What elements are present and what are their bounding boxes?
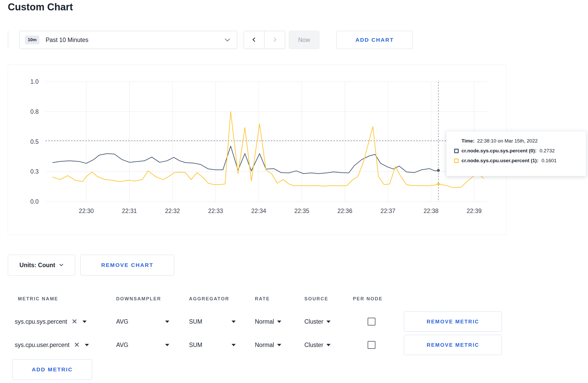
- per-node-checkbox[interactable]: [368, 318, 375, 325]
- chevron-right-icon: [271, 36, 278, 44]
- dropdown-arrow-icon: [326, 321, 331, 323]
- downsampler-value: AVG: [116, 318, 128, 325]
- rate-select[interactable]: Normal: [255, 311, 281, 332]
- column-header-rate: RATE: [255, 296, 270, 302]
- svg-text:22:33: 22:33: [208, 208, 223, 214]
- remove-chart-button[interactable]: REMOVE CHART: [80, 255, 174, 275]
- time-range-label: Past 10 Minutes: [46, 37, 88, 44]
- now-button[interactable]: Now: [289, 31, 319, 49]
- svg-text:22:30: 22:30: [79, 208, 94, 214]
- chevron-left-icon: [251, 36, 257, 44]
- column-header-source: SOURCE: [304, 296, 328, 302]
- add-chart-button[interactable]: ADD CHART: [337, 31, 413, 49]
- downsampler-select[interactable]: AVG: [116, 311, 169, 332]
- dropdown-arrow-icon: [165, 344, 169, 346]
- clear-icon[interactable]: ✕: [74, 342, 80, 349]
- metric-name-value: sys.cpu.user.percent: [15, 342, 69, 349]
- dropdown-arrow-icon: [165, 321, 169, 323]
- svg-text:22:38: 22:38: [424, 208, 439, 214]
- svg-text:0.5: 0.5: [30, 138, 39, 145]
- legend-row: cr.node.sys.cpu.user.percent (1): 0.1601: [454, 158, 578, 164]
- metric-name-select[interactable]: sys.cpu.sys.percent ✕: [15, 311, 87, 332]
- column-header-metric-name: METRIC NAME: [18, 296, 58, 302]
- time-pager: [244, 31, 285, 49]
- time-range-badge: 10m: [25, 36, 39, 44]
- svg-text:0.8: 0.8: [30, 108, 39, 115]
- rate-value: Normal: [255, 342, 274, 349]
- clear-icon[interactable]: ✕: [72, 318, 78, 325]
- tooltip-time: Time:22:38:10 on Mar 15th, 2022: [461, 138, 578, 144]
- metric-name-select[interactable]: sys.cpu.user.percent ✕: [15, 335, 89, 355]
- aggregator-value: SUM: [189, 342, 202, 349]
- svg-text:1.0: 1.0: [30, 78, 39, 85]
- tooltip-time-value: 22:38:10 on Mar 15th, 2022: [477, 138, 537, 144]
- svg-text:0.3: 0.3: [30, 168, 39, 175]
- units-dropdown[interactable]: Units: Count: [8, 255, 75, 275]
- source-select[interactable]: Cluster: [304, 311, 331, 332]
- chevron-down-icon: [59, 263, 64, 267]
- prev-time-button[interactable]: [244, 31, 264, 49]
- dropdown-arrow-icon: [277, 321, 281, 323]
- column-header-downsampler: DOWNSAMPLER: [116, 296, 161, 302]
- source-value: Cluster: [304, 342, 323, 349]
- units-label: Units: Count: [19, 262, 55, 269]
- aggregator-select[interactable]: SUM: [189, 311, 236, 332]
- svg-text:22:39: 22:39: [467, 208, 482, 214]
- dropdown-arrow-icon: [232, 321, 236, 323]
- toolbar-divider: [8, 31, 8, 49]
- aggregator-value: SUM: [189, 318, 202, 325]
- legend-value: 0.1601: [542, 158, 557, 164]
- column-header-per-node: PER NODE: [353, 296, 383, 302]
- per-node-cell: [368, 311, 375, 332]
- remove-metric-button[interactable]: REMOVE METRIC: [404, 335, 502, 355]
- chart-tooltip: Time:22:38:10 on Mar 15th, 2022 cr.node.…: [446, 131, 586, 176]
- next-time-button[interactable]: [264, 31, 285, 49]
- add-metric-button[interactable]: ADD METRIC: [12, 359, 92, 380]
- table-row: sys.cpu.user.percent ✕ AVG SUM Normal Cl…: [8, 335, 507, 355]
- remove-metric-button[interactable]: REMOVE METRIC: [404, 311, 502, 332]
- aggregator-select[interactable]: SUM: [189, 335, 236, 355]
- dropdown-arrow-icon: [82, 321, 87, 323]
- legend-label: cr.node.sys.cpu.user.percent (1):: [461, 158, 538, 164]
- dropdown-arrow-icon: [277, 344, 281, 346]
- downsampler-select[interactable]: AVG: [116, 335, 169, 355]
- table-row: sys.cpu.sys.percent ✕ AVG SUM Normal Clu…: [8, 311, 507, 332]
- time-range-dropdown[interactable]: 10m Past 10 Minutes: [19, 31, 237, 49]
- series-sys-swatch-icon: [454, 149, 459, 153]
- timeseries-chart[interactable]: 0.00.30.50.81.022:3022:3122:3222:3322:34…: [8, 65, 507, 235]
- per-node-checkbox[interactable]: [368, 341, 375, 349]
- per-node-cell: [368, 335, 375, 355]
- metric-name-value: sys.cpu.sys.percent: [15, 318, 67, 325]
- legend-value: 0.2732: [540, 148, 555, 154]
- svg-text:22:34: 22:34: [251, 208, 266, 214]
- svg-text:22:35: 22:35: [294, 208, 309, 214]
- svg-text:0.0: 0.0: [30, 198, 39, 205]
- series-user-swatch-icon: [454, 159, 459, 163]
- rate-select[interactable]: Normal: [255, 335, 281, 355]
- metrics-table: METRIC NAME DOWNSAMPLER AGGREGATOR RATE …: [8, 289, 507, 357]
- page-title: Custom Chart: [8, 2, 73, 13]
- source-value: Cluster: [304, 318, 323, 325]
- downsampler-value: AVG: [116, 342, 128, 349]
- column-header-aggregator: AGGREGATOR: [189, 296, 229, 302]
- dropdown-arrow-icon: [232, 344, 236, 346]
- dropdown-arrow-icon: [326, 344, 331, 346]
- svg-text:22:37: 22:37: [381, 208, 396, 214]
- dropdown-arrow-icon: [85, 344, 89, 346]
- svg-text:22:32: 22:32: [165, 208, 180, 214]
- source-select[interactable]: Cluster: [304, 335, 331, 355]
- chevron-down-icon: [225, 38, 230, 42]
- svg-text:22:36: 22:36: [337, 208, 352, 214]
- svg-text:22:31: 22:31: [122, 208, 137, 214]
- rate-value: Normal: [255, 318, 274, 325]
- chart-panel: 0.00.30.50.81.022:3022:3122:3222:3322:34…: [8, 65, 507, 235]
- legend-label: cr.node.sys.cpu.sys.percent (0):: [461, 148, 536, 154]
- legend-row: cr.node.sys.cpu.sys.percent (0): 0.2732: [454, 148, 578, 154]
- custom-chart-page: Custom Chart 10m Past 10 Minutes Now ADD…: [0, 0, 588, 383]
- tooltip-time-label: Time:: [461, 138, 474, 144]
